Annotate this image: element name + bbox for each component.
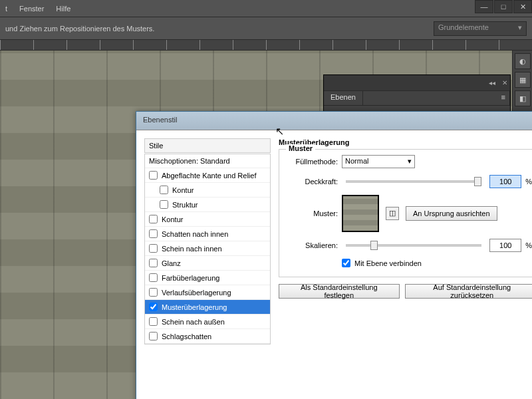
adjustments-panel-icon[interactable]: ◧ xyxy=(515,90,531,106)
style-checkbox[interactable] xyxy=(149,288,158,297)
panel-collapse-icon[interactable]: ◂◂ xyxy=(489,79,495,86)
style-item-1[interactable]: Kontur xyxy=(145,183,270,198)
color-panel-icon[interactable]: ◐ xyxy=(515,53,531,69)
settings-column: Musterüberlagerung Muster Füllmethode: N… xyxy=(279,138,532,395)
pattern-swatch[interactable] xyxy=(342,195,379,232)
style-label: Farbüberlagerung xyxy=(162,274,219,282)
blend-mode-dropdown[interactable]: Normal xyxy=(342,155,415,168)
style-checkbox[interactable] xyxy=(149,273,158,282)
styles-list: Mischoptionen: Standard Abgeflachte Kant… xyxy=(144,154,271,344)
style-checkbox[interactable] xyxy=(149,303,158,311)
style-checkbox[interactable] xyxy=(149,215,158,223)
style-item-8[interactable]: Verlaufsüberlagerung xyxy=(145,285,270,300)
style-item-2[interactable]: Struktur xyxy=(145,198,270,212)
menu-item-help[interactable]: Hilfe xyxy=(56,5,70,13)
style-label: Schein nach innen xyxy=(162,245,222,253)
style-label: Musterüberlagerung xyxy=(162,303,227,311)
dialog-title: Ebenenstil xyxy=(136,112,532,130)
style-item-7[interactable]: Farbüberlagerung xyxy=(145,271,270,285)
style-item-10[interactable]: Schein nach außen xyxy=(145,315,270,329)
menu-bar: t Fenster Hilfe — □ ✕ xyxy=(0,0,532,17)
style-checkbox[interactable] xyxy=(149,317,158,326)
reset-default-button[interactable]: Auf Standardeinstellung zurücksetzen xyxy=(405,284,532,299)
menu-item-window[interactable]: Fenster xyxy=(19,5,44,13)
style-item-3[interactable]: Kontur xyxy=(145,212,270,227)
close-button[interactable]: ✕ xyxy=(513,0,532,13)
section-title: Musterüberlagerung xyxy=(279,138,532,146)
style-label: Kontur xyxy=(162,215,183,223)
fieldset-legend: Muster xyxy=(286,144,315,152)
options-bar: und Ziehen zum Repositionieren des Muste… xyxy=(0,17,532,40)
style-item-11[interactable]: Schlagschatten xyxy=(145,329,270,344)
scale-unit: % xyxy=(525,241,532,249)
workspace-dropdown[interactable]: Grundelemente xyxy=(434,21,527,36)
new-preset-button[interactable]: ◫ xyxy=(386,207,399,220)
swatches-panel-icon[interactable]: ▦ xyxy=(515,72,531,88)
minimize-button[interactable]: — xyxy=(475,0,493,13)
opacity-input[interactable] xyxy=(489,175,521,188)
opacity-unit: % xyxy=(525,178,532,186)
link-layer-checkbox[interactable] xyxy=(342,259,350,267)
panel-menu-icon[interactable]: ≡ xyxy=(497,91,510,105)
scale-slider[interactable] xyxy=(346,244,481,247)
opacity-slider[interactable] xyxy=(346,180,481,183)
menu-item[interactable]: t xyxy=(5,5,7,13)
style-checkbox[interactable] xyxy=(149,332,158,340)
style-label: Schatten nach innen xyxy=(162,230,228,238)
style-label: Abgeflachte Kante und Relief xyxy=(162,172,257,180)
style-label: Struktur xyxy=(172,201,198,209)
link-layer-label: Mit Ebene verbinden xyxy=(354,259,422,267)
scale-input[interactable] xyxy=(489,239,521,252)
style-checkbox[interactable] xyxy=(149,244,158,253)
style-checkbox[interactable] xyxy=(160,200,168,209)
style-label: Glanz xyxy=(162,259,181,267)
style-label: Schein nach außen xyxy=(162,318,225,326)
style-item-4[interactable]: Schatten nach innen xyxy=(145,227,270,241)
style-item-9[interactable]: Musterüberlagerung xyxy=(145,300,270,315)
horizontal-ruler xyxy=(0,40,532,51)
pattern-fieldset: Muster Füllmethode: Normal Deckkraft: % … xyxy=(279,149,532,277)
style-label: Schlagschatten xyxy=(162,332,211,340)
scale-label: Skalieren: xyxy=(286,241,338,249)
tab-layers[interactable]: Ebenen xyxy=(324,91,363,105)
snap-origin-button[interactable]: An Ursprung ausrichten xyxy=(406,206,497,221)
layer-style-dialog: Ebenenstil Stile Mischoptionen: Standard… xyxy=(136,111,532,399)
blending-options-item[interactable]: Mischoptionen: Standard xyxy=(145,154,270,168)
styles-header: Stile xyxy=(144,138,271,153)
style-label: Kontur xyxy=(172,186,194,194)
style-item-5[interactable]: Schein nach innen xyxy=(145,241,270,256)
opacity-label: Deckkraft: xyxy=(286,178,338,186)
maximize-button[interactable]: □ xyxy=(494,0,513,13)
options-hint: und Ziehen zum Repositionieren des Muste… xyxy=(5,25,154,33)
window-controls: — □ ✕ xyxy=(474,0,532,13)
pattern-label: Muster: xyxy=(286,209,338,217)
style-checkbox[interactable] xyxy=(149,229,158,238)
style-checkbox[interactable] xyxy=(160,186,168,194)
panel-close-icon[interactable]: ✕ xyxy=(502,79,507,86)
style-checkbox[interactable] xyxy=(149,171,158,180)
styles-column: Stile Mischoptionen: Standard Abgeflacht… xyxy=(144,138,271,395)
style-item-6[interactable]: Glanz xyxy=(145,256,270,271)
style-checkbox[interactable] xyxy=(149,259,158,267)
style-item-0[interactable]: Abgeflachte Kante und Relief xyxy=(145,168,270,183)
blend-mode-label: Füllmethode: xyxy=(286,158,338,166)
style-label: Verlaufsüberlagerung xyxy=(162,289,231,297)
make-default-button[interactable]: Als Standardeinstellung festlegen xyxy=(279,284,400,299)
